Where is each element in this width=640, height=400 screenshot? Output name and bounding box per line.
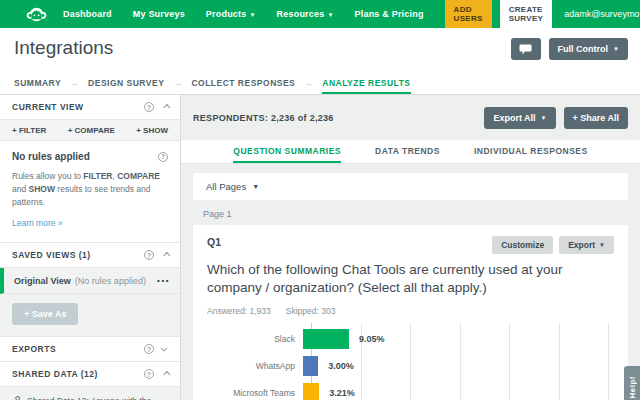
save-as-button[interactable]: + Save As (12, 303, 78, 325)
account-menu[interactable]: adamk@surveymonkey.com▼ (564, 9, 640, 19)
help-icon[interactable]: ? (144, 369, 154, 379)
full-control-button[interactable]: Full Control▼ (549, 38, 628, 60)
rule-action-show[interactable]: + SHOW (136, 126, 168, 135)
tab-data-trends[interactable]: DATA TRENDS (375, 140, 440, 163)
tab-question-summaries[interactable]: QUESTION SUMMARIES (233, 140, 341, 163)
customize-button[interactable]: Customize (492, 236, 553, 254)
bar-track: 3.21% (303, 383, 608, 400)
bar-track: 3.00% (303, 356, 608, 376)
nav-item-products[interactable]: Products▼ (206, 9, 256, 19)
skipped-count: Skipped: 303 (286, 306, 336, 316)
nav-item-dashboard[interactable]: Dashboard (63, 9, 112, 19)
chevron-down-icon: ▼ (327, 12, 333, 18)
no-rules-title: No rules applied (12, 151, 90, 162)
bar-track: 9.05% (303, 329, 608, 349)
respondents-bar: RESPONDENTS: 2,236 of 2,236 Export All▼ … (181, 95, 640, 140)
chart-row-slack: Slack9.05% (207, 329, 614, 349)
help-icon[interactable]: ? (158, 152, 168, 162)
chevron-down-icon: ▼ (599, 242, 605, 248)
chart-row-whatsapp: WhatsApp3.00% (207, 356, 614, 376)
add-users-button[interactable]: ADD USERS (445, 0, 492, 28)
page-header: Integrations Full Control▼ SUMMARY→DESIG… (0, 28, 640, 95)
bar-value-label: 3.00% (328, 361, 354, 371)
more-options-icon[interactable]: ••• (157, 276, 170, 285)
header-actions: Full Control▼ (511, 38, 628, 60)
current-view-header[interactable]: CURRENT VIEW ? (0, 95, 180, 120)
bar-category-label: Microsoft Teams (207, 388, 303, 398)
bar-value-label: 3.21% (329, 388, 355, 398)
shared-data-label: Shared Data 12: Anyone with the (27, 396, 151, 400)
respondents-count: RESPONDENTS: 2,236 of 2,236 (193, 113, 334, 123)
question-text: Which of the following Chat Tools are cu… (207, 261, 614, 297)
page-title: Integrations (14, 37, 113, 59)
breadcrumb-step-design-survey[interactable]: DESIGN SURVEY (88, 78, 164, 94)
nav-item-plans-pricing[interactable]: Plans & Pricing (355, 9, 424, 19)
question-card: Q1 Customize Export▼ Which of the follow… (193, 225, 628, 400)
arrow-right-icon: → (70, 78, 79, 94)
page-label: Page 1 (203, 209, 628, 219)
chevron-down-icon: ▼ (541, 115, 547, 121)
help-tab[interactable]: Help! (624, 366, 640, 400)
surveymonkey-logo-icon[interactable] (26, 6, 47, 23)
breadcrumb: SUMMARY→DESIGN SURVEY→COLLECT RESPONSES→… (14, 72, 411, 94)
rules-description: Rules allow you to FILTER, COMPARE and S… (12, 170, 168, 208)
app-body: CURRENT VIEW ? + FILTER+ COMPARE+ SHOW N… (0, 95, 640, 400)
arrow-right-icon: → (304, 78, 313, 94)
rule-action-filter[interactable]: + FILTER (12, 126, 46, 135)
shared-data-header[interactable]: SHARED DATA (12) ? (0, 362, 180, 387)
speech-bubble-icon (519, 44, 532, 55)
results-tabs: QUESTION SUMMARIESDATA TRENDSINDIVIDUAL … (181, 140, 640, 164)
help-icon[interactable]: ? (144, 102, 154, 112)
arrow-right-icon: → (173, 78, 182, 94)
bar-microsoft-teams[interactable] (303, 383, 319, 400)
view-rule-actions: + FILTER+ COMPARE+ SHOW (0, 120, 180, 141)
chevron-down-icon: ▼ (613, 46, 619, 52)
results-content: All Pages ▼ Page 1 Q1 Customize Export▼ … (181, 164, 640, 400)
main-content: RESPONDENTS: 2,236 of 2,236 Export All▼ … (181, 95, 640, 400)
shared-data-item[interactable]: Shared Data 12: Anyone with the ••• (0, 387, 180, 400)
breadcrumb-step-summary[interactable]: SUMMARY (14, 78, 61, 94)
page-filter-dropdown[interactable]: All Pages ▼ (193, 173, 628, 200)
nav-item-my-surveys[interactable]: My Surveys (133, 9, 185, 19)
account-email: adamk@surveymonkey.com (564, 9, 640, 19)
bar-chart: Slack9.05%WhatsApp3.00%Microsoft Teams3.… (207, 329, 614, 400)
chevron-up-icon (163, 252, 170, 259)
chart-row-microsoft-teams: Microsoft Teams3.21% (207, 383, 614, 400)
help-icon[interactable]: ? (144, 250, 154, 260)
saved-view-name: Original View (14, 276, 71, 286)
help-icon[interactable]: ? (144, 344, 154, 354)
more-options-icon[interactable]: ••• (157, 396, 170, 400)
export-question-button[interactable]: Export▼ (559, 236, 614, 254)
chevron-down-icon (161, 344, 168, 351)
bar-category-label: Slack (207, 334, 303, 344)
sidebar: CURRENT VIEW ? + FILTER+ COMPARE+ SHOW N… (0, 95, 181, 400)
share-all-button[interactable]: + Share All (564, 107, 628, 129)
bar-category-label: WhatsApp (207, 361, 303, 371)
bar-whatsapp[interactable] (303, 356, 318, 376)
chevron-up-icon (163, 103, 170, 110)
chevron-down-icon: ▼ (252, 183, 259, 190)
export-all-button[interactable]: Export All▼ (484, 107, 555, 129)
breadcrumb-step-analyze-results[interactable]: ANALYZE RESULTS (322, 78, 410, 94)
chevron-up-icon (163, 371, 170, 378)
nav-items: DashboardMy SurveysProducts▼Resources▼Pl… (63, 9, 445, 19)
rule-action-compare[interactable]: + COMPARE (68, 126, 115, 135)
bar-value-label: 9.05% (359, 334, 385, 344)
exports-header[interactable]: EXPORTS ? (0, 337, 180, 362)
saved-views-header[interactable]: SAVED VIEWS (1) ? (0, 243, 180, 268)
question-number: Q1 (207, 236, 221, 248)
tab-individual-responses[interactable]: INDIVIDUAL RESPONSES (474, 140, 588, 163)
comments-button[interactable] (511, 38, 541, 60)
saved-view-item-original[interactable]: Original View (No rules applied) ••• (0, 268, 180, 294)
nav-item-resources[interactable]: Resources▼ (277, 9, 334, 19)
bar-slack[interactable] (303, 329, 349, 349)
answered-count: Answered: 1,933 (207, 306, 271, 316)
create-survey-button[interactable]: CREATE SURVEY (500, 0, 553, 28)
saved-view-note: (No rules applied) (75, 276, 146, 286)
save-as-panel: + Save As (0, 294, 180, 337)
link-icon (10, 395, 21, 400)
breadcrumb-step-collect-responses[interactable]: COLLECT RESPONSES (191, 78, 295, 94)
top-nav: DashboardMy SurveysProducts▼Resources▼Pl… (0, 0, 640, 28)
learn-more-link[interactable]: Learn more » (12, 218, 63, 228)
nav-right: ADD USERS CREATE SURVEY adamk@surveymonk… (445, 0, 640, 28)
